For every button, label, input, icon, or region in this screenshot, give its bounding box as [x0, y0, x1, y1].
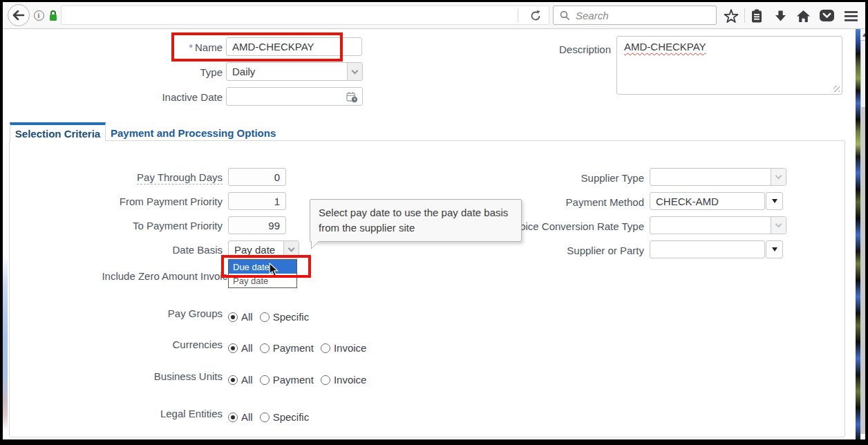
description-textarea[interactable]: AMD-CHECKPAY [616, 36, 842, 95]
radio-legal-entities-all[interactable] [228, 413, 238, 422]
pocket-button[interactable] [818, 8, 835, 24]
payment-method-input[interactable]: CHECK-AMD [650, 192, 765, 210]
pay-through-days-input[interactable]: 0 [228, 168, 286, 186]
currencies-label: Currencies [70, 339, 223, 350]
security-button[interactable] [46, 2, 61, 28]
pay-groups-radiogroup: All Specific [228, 311, 316, 323]
clipboard-icon [751, 9, 763, 23]
radio-business-units-all[interactable] [228, 375, 238, 385]
toolbar-separator [744, 8, 745, 23]
reload-icon [529, 10, 542, 22]
triangle-down-icon [772, 247, 777, 252]
include-zero-amount-invoices-label: Include Zero Amount Invoices [70, 270, 238, 282]
date-basis-label: Date Basis [70, 244, 223, 256]
star-icon [724, 9, 739, 23]
radio-currencies-invoice[interactable] [321, 343, 330, 353]
to-payment-priority-label: To Payment Priority [70, 220, 223, 231]
bookmark-star-button[interactable] [723, 8, 739, 24]
screenshot-frame: i Search [0, 0, 868, 445]
annotation-red-box-name [171, 32, 343, 61]
pay-through-days-label: Pay Through Days [70, 171, 223, 183]
tab-payment-processing-options[interactable]: Payment and Processing Options [111, 127, 276, 139]
annotation-red-box-due-date [221, 255, 311, 278]
page-edge-strip-right [856, 29, 860, 439]
legal-entities-radiogroup: All Specific [228, 411, 316, 423]
pocket-icon [820, 10, 834, 22]
radio-business-units-invoice[interactable] [321, 375, 330, 385]
description-label: Description [459, 44, 611, 55]
currencies-radiogroup: All Payment Invoice [228, 342, 373, 354]
chevron-down-icon[interactable] [347, 63, 362, 80]
type-label: Type [70, 66, 223, 78]
radio-pay-groups-all[interactable] [228, 312, 238, 322]
menu-button[interactable] [842, 8, 859, 24]
supplier-or-party-input[interactable] [650, 240, 765, 258]
radio-currencies-payment[interactable] [260, 343, 270, 353]
chevron-down-icon[interactable] [771, 217, 786, 234]
hamburger-menu-icon [845, 11, 858, 21]
inactive-date-input[interactable] [226, 87, 363, 106]
scrollbar-up-arrow[interactable] [860, 29, 865, 40]
supplier-type-select[interactable] [650, 168, 786, 186]
home-icon [797, 10, 810, 22]
business-units-label: Business Units [70, 370, 223, 382]
browser-toolbar: i Search [3, 2, 865, 29]
library-button[interactable] [748, 8, 765, 24]
to-payment-priority-input[interactable]: 99 [228, 216, 286, 234]
triangle-down-icon [772, 199, 777, 203]
chevron-down-icon[interactable] [771, 169, 786, 185]
back-button[interactable] [8, 4, 30, 26]
business-units-radiogroup: All Payment Invoice [228, 374, 373, 386]
lock-icon [48, 10, 58, 21]
radio-currencies-all[interactable] [228, 343, 238, 353]
pay-groups-label: Pay Groups [70, 307, 223, 319]
from-payment-priority-label: From Payment Priority [70, 196, 223, 207]
scrollbar-thumb[interactable] [860, 40, 865, 108]
radio-pay-groups-specific[interactable] [260, 312, 270, 322]
inactive-date-label: Inactive Date [70, 91, 223, 103]
site-info-button[interactable]: i [31, 2, 46, 28]
tab-selection-criteria[interactable]: Selection Criteria [10, 122, 106, 142]
payment-method-dropdown-button[interactable] [766, 192, 783, 210]
invoice-conversion-rate-type-select[interactable] [650, 216, 786, 234]
info-icon: i [34, 10, 44, 21]
legal-entities-label: Legal Entities [70, 408, 223, 419]
page-edge-strip-left [3, 29, 8, 439]
supplier-or-party-label: Supplier or Party [492, 245, 644, 256]
date-basis-tooltip: Select pay date to use the pay date basi… [310, 199, 522, 242]
home-button[interactable] [795, 8, 811, 24]
supplier-type-label: Supplier Type [492, 172, 644, 184]
resize-grip-icon[interactable] [833, 86, 840, 92]
radio-business-units-payment[interactable] [260, 375, 270, 385]
downloads-button[interactable] [772, 8, 789, 24]
reload-button[interactable] [529, 10, 542, 22]
url-bar-divider [518, 9, 518, 23]
search-placeholder: Search [576, 10, 609, 21]
vertical-scrollbar[interactable] [860, 29, 865, 439]
from-payment-priority-input[interactable]: 1 [228, 192, 286, 210]
download-icon [775, 10, 786, 22]
calendar-icon[interactable] [346, 91, 358, 103]
url-bar[interactable] [61, 6, 549, 25]
type-select[interactable]: Daily [226, 62, 363, 81]
back-arrow-icon [12, 10, 25, 20]
search-icon [560, 10, 570, 21]
supplier-or-party-dropdown-button[interactable] [766, 240, 783, 258]
search-input[interactable]: Search [553, 6, 717, 25]
browser-window: i Search [3, 2, 865, 439]
radio-legal-entities-specific[interactable] [260, 413, 270, 422]
